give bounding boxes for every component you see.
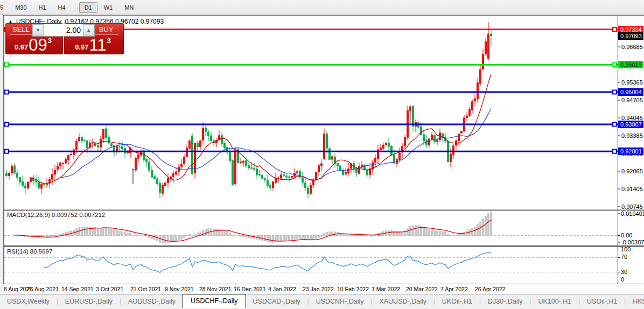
timeframe-button-w1[interactable]: W1 xyxy=(99,2,118,13)
date-label: 1 Mar 2022 xyxy=(372,286,400,292)
tab-dj30-daily[interactable]: DJ30-,Daily xyxy=(481,296,530,308)
toolbar-separator xyxy=(75,3,75,12)
date-label: 10 Feb 2022 xyxy=(337,286,369,292)
price-label: 0.94705 xyxy=(621,97,643,104)
timeframe-toolbar: 5M30H1H4D1W1MN xyxy=(0,0,644,15)
sell-button[interactable]: SELL xyxy=(10,25,32,35)
price-label: 0.93385 xyxy=(621,132,643,139)
date-label: 7 Apr 2022 xyxy=(440,286,468,292)
tab-usoil-h1[interactable]: USOil-,H1 xyxy=(580,296,624,308)
date-label: 23 Jan 2022 xyxy=(303,286,334,292)
timeframe-button-d1[interactable]: D1 xyxy=(79,2,97,13)
timeframe-button-m30[interactable]: M30 xyxy=(10,2,32,13)
date-label: 26 Aug 2021 xyxy=(27,286,59,292)
date-label: 3 Oct 2021 xyxy=(96,286,123,292)
tab-usdx-weekly[interactable]: USDX,Weekly xyxy=(0,296,57,308)
price-label: 0.96685 xyxy=(621,44,643,51)
price-marker-0.97093: 0.97093 xyxy=(618,32,643,40)
bid-big-digits: 09 xyxy=(29,37,47,53)
date-label: 28 Nov 2021 xyxy=(199,286,232,292)
macd-axis-label: 0.010401 xyxy=(621,210,644,217)
rsi-axis-label: 30 xyxy=(621,269,627,275)
volume-increase-button[interactable]: ▲ xyxy=(83,24,94,36)
tab-usdchf-daily[interactable]: USDCHF-,Daily xyxy=(183,294,246,308)
ask-pipette: 3 xyxy=(107,37,111,53)
rsi-axis-label: 0 xyxy=(621,276,624,283)
price-label: 0.92065 xyxy=(621,168,643,175)
timeframe-button-mn[interactable]: MN xyxy=(119,2,139,13)
symbol-tab-bar: USDX,Weekly|EURUSD-,Daily|AUDUSD-,DailyU… xyxy=(0,294,644,308)
price-label: 0.91405 xyxy=(621,186,643,193)
date-axis[interactable]: 8 Aug 202126 Aug 202114 Sep 20213 Oct 20… xyxy=(3,284,644,294)
rsi-axis-label: 100 xyxy=(621,246,631,252)
macd-axis-label: -0.003875 xyxy=(621,239,644,245)
price-marker-0.93807: 0.93807 xyxy=(618,121,643,128)
timeframe-button-5[interactable]: 5 xyxy=(0,2,9,13)
chart-canvas[interactable] xyxy=(0,15,644,284)
tab-hk50-h1[interactable]: HK50-,H1 xyxy=(626,296,644,308)
macd-indicator-label: MACD(12,26,9) 0.009752 0.007212 xyxy=(7,212,105,218)
tab-usdcad-daily[interactable]: USDCAD-,Daily xyxy=(246,296,307,308)
rsi-axis-label: 70 xyxy=(621,254,627,260)
price-label: 0.90745 xyxy=(621,203,643,210)
price-marker-0.95004: 0.95004 xyxy=(618,88,643,96)
ask-price: 0.97 11 3 xyxy=(64,35,122,53)
volume-input[interactable] xyxy=(44,24,83,36)
buy-button[interactable]: BUY xyxy=(94,25,118,35)
tab-ukoil-h1[interactable]: UKOil-,H1 xyxy=(435,296,479,308)
one-click-trade-panel: SELL 0.97 09 3 BUY 0.97 11 3 ▼ ▲ xyxy=(5,23,124,54)
hline-0.92801[interactable] xyxy=(4,150,618,153)
macd-axis-label: 0.00 xyxy=(621,232,632,238)
date-label: 21 Oct 2021 xyxy=(130,286,161,292)
tab-xauusd-daily[interactable]: XAUUSD-,Daily xyxy=(372,296,433,308)
timeframe-button-h4[interactable]: H4 xyxy=(53,2,71,13)
axis-ticks xyxy=(6,47,620,284)
volume-spinner: ▼ ▲ xyxy=(32,24,95,37)
tab-usdcnh-daily[interactable]: USDCNH-,Daily xyxy=(309,296,371,308)
tab-uk100-h1[interactable]: UK100-,H1 xyxy=(531,296,578,308)
date-label: 20 Mar 2022 xyxy=(406,286,438,292)
date-label: 14 Sep 2021 xyxy=(61,286,94,292)
tab-eurusd-daily[interactable]: EURUSD-,Daily xyxy=(58,296,120,308)
price-label: 0.95365 xyxy=(621,79,643,86)
date-label: 4 Jan 2022 xyxy=(268,286,296,292)
price-marker-0.96019: 0.96019 xyxy=(618,61,643,68)
timeframe-button-h1[interactable]: H1 xyxy=(33,2,52,13)
ask-big-digits: 11 xyxy=(89,37,106,53)
bid-price: 0.97 09 3 xyxy=(5,35,61,53)
hline-0.93807[interactable] xyxy=(4,122,618,126)
hline-0.96019[interactable] xyxy=(4,63,618,67)
macd-signal-line xyxy=(15,220,491,242)
hline-0.95004[interactable] xyxy=(4,90,618,94)
tab-audusd-daily[interactable]: AUDUSD-,Daily xyxy=(121,296,183,308)
date-label: 26 Apr 2022 xyxy=(475,286,506,292)
rsi-indicator-label: RSI(14) 80.5697 xyxy=(7,248,52,255)
bid-pipette: 3 xyxy=(48,37,52,53)
date-label: 9 Nov 2021 xyxy=(165,286,194,292)
volume-decrease-button[interactable]: ▼ xyxy=(32,24,44,36)
date-label: 16 Dec 2021 xyxy=(234,286,266,292)
candle-doji xyxy=(132,168,134,184)
bid-prefix: 0.97 xyxy=(15,43,28,53)
rsi-line xyxy=(44,252,491,272)
price-marker-0.92801: 0.92801 xyxy=(618,148,643,155)
ask-prefix: 0.97 xyxy=(75,43,88,53)
